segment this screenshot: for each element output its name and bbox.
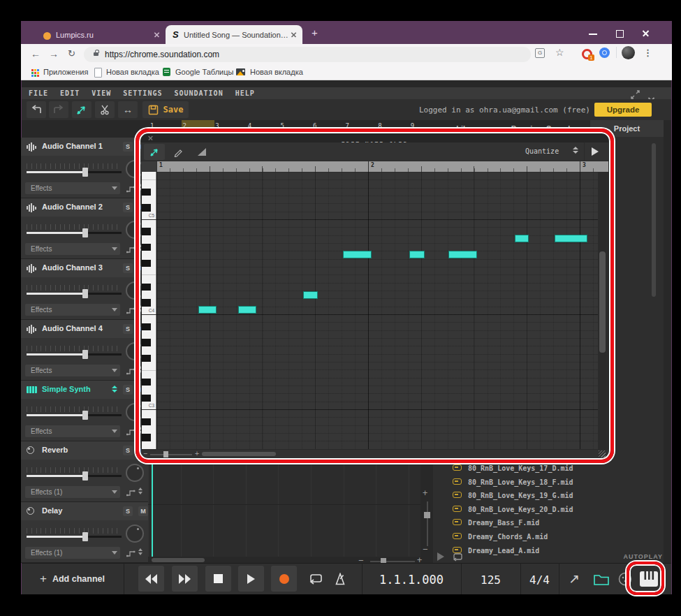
menu-edit[interactable]: EDIT — [60, 89, 80, 97]
apps-grid-icon[interactable] — [31, 69, 34, 71]
redo-button[interactable] — [49, 101, 68, 118]
piano-key-black[interactable] — [142, 188, 151, 196]
automation-stepper-icon[interactable] — [138, 487, 142, 494]
midi-note-G4[interactable] — [343, 251, 372, 258]
channel-name[interactable]: Audio Channel 3 — [42, 263, 103, 272]
volume-slider-thumb[interactable] — [82, 471, 88, 481]
editor-play-icon[interactable] — [592, 147, 599, 156]
browser-menu-icon[interactable]: ⋮ — [643, 47, 652, 58]
automation-icon[interactable] — [126, 548, 136, 561]
effects-dropdown[interactable]: Effects — [25, 304, 120, 316]
translate-icon[interactable]: G — [535, 48, 545, 58]
play-button[interactable] — [238, 566, 264, 592]
save-button[interactable]: Save — [142, 101, 189, 118]
channel-name[interactable]: Reverb — [42, 446, 68, 454]
channel-name[interactable]: Audio Channel 4 — [42, 324, 103, 332]
reload-icon[interactable]: ↻ — [68, 48, 75, 59]
piano-key-black[interactable] — [142, 227, 151, 235]
automation-icon[interactable] — [126, 184, 136, 196]
add-channel-button[interactable]: + Add channel — [21, 563, 124, 594]
editor-ruler[interactable]: 123 — [141, 161, 608, 172]
volume-slider-thumb[interactable] — [82, 532, 88, 541]
editor-hscroll-thumb[interactable] — [202, 452, 276, 456]
menu-settings[interactable]: SETTINGS — [123, 89, 162, 97]
loop-button[interactable] — [303, 566, 329, 592]
effects-dropdown[interactable]: Effects — [25, 243, 120, 255]
midi-file-row[interactable]: 80_RnB_Love_Keys_17_D.mid — [441, 463, 658, 475]
solo-button[interactable]: S — [123, 263, 133, 273]
piano-key-black[interactable] — [142, 259, 151, 267]
undo-button[interactable] — [27, 101, 46, 118]
bookmark-newtab-2[interactable]: Новая вкладка — [250, 68, 303, 76]
midi-file-row[interactable]: 80_RnB_Love_Keys_19_G.mid — [441, 490, 658, 502]
volume-slider-thumb[interactable] — [82, 228, 88, 237]
panel-scrollbar-thumb[interactable] — [652, 143, 656, 297]
automation-icon[interactable] — [126, 427, 136, 439]
volume-slider-thumb[interactable] — [82, 168, 88, 177]
channel-name[interactable]: Audio Channel 1 — [42, 142, 103, 150]
new-tab-button[interactable]: + — [312, 28, 321, 38]
preview-play-icon[interactable] — [437, 552, 444, 561]
vzoom-plus[interactable]: + — [423, 488, 427, 498]
piano-key-black[interactable] — [142, 323, 151, 330]
quantize-label[interactable]: Quantize — [525, 147, 559, 155]
window-maximize-button[interactable] — [616, 30, 624, 38]
effects-dropdown[interactable]: Effects (1) — [25, 547, 120, 559]
cut-tool-button[interactable] — [95, 101, 115, 118]
rewind-button[interactable] — [138, 566, 164, 592]
effects-dropdown[interactable]: Effects — [25, 425, 120, 437]
bookmark-sheets[interactable]: Google Таблицы — [175, 68, 233, 76]
note-editor-close-icon[interactable] — [148, 135, 154, 141]
automation-icon[interactable] — [126, 244, 136, 257]
pan-knob[interactable] — [126, 525, 144, 543]
menu-soundation[interactable]: SOUNDATION — [174, 89, 223, 97]
menu-file[interactable]: FILE — [29, 89, 48, 97]
bookmark-star-icon[interactable]: ☆ — [555, 47, 564, 58]
window-minimize-button[interactable] — [589, 34, 597, 35]
tab-close-icon[interactable] — [154, 31, 160, 38]
pan-knob[interactable] — [126, 464, 144, 482]
midi-note-A4[interactable] — [555, 235, 587, 242]
extension-icon-globe[interactable] — [599, 47, 610, 58]
piano-key-black[interactable] — [142, 203, 151, 211]
vzoom-thumb[interactable] — [424, 512, 430, 518]
solo-button[interactable]: S — [123, 203, 133, 212]
quantize-stepper-icon[interactable] — [573, 147, 578, 154]
piano-key-black[interactable] — [142, 298, 151, 306]
upgrade-button[interactable]: Upgrade — [594, 103, 652, 117]
piano-key-black[interactable] — [142, 283, 151, 291]
piano-key-black[interactable] — [142, 243, 151, 251]
solo-button[interactable]: S — [123, 506, 133, 516]
mute-button[interactable]: M — [138, 506, 148, 516]
forward-icon[interactable]: → — [49, 48, 59, 59]
channel-name[interactable]: Audio Channel 2 — [42, 203, 103, 211]
vzoom-minus[interactable]: − — [423, 544, 427, 554]
volume-slider-thumb[interactable] — [82, 289, 88, 298]
editor-select-tool[interactable] — [144, 144, 165, 160]
back-icon[interactable]: ← — [31, 48, 41, 59]
menu-view[interactable]: VIEW — [91, 89, 111, 97]
editor-zoom-minus[interactable]: − — [143, 450, 147, 457]
channel-name[interactable]: Delay — [42, 506, 62, 515]
stop-button[interactable] — [205, 566, 231, 592]
instrument-selector-icon[interactable] — [112, 386, 117, 393]
solo-button[interactable]: S — [123, 324, 133, 334]
midi-file-row[interactable]: Dreamy_Chords_A.mid — [441, 531, 658, 543]
volume-slider-thumb[interactable] — [82, 411, 88, 420]
piano-key-black[interactable] — [142, 418, 151, 425]
effects-dropdown[interactable]: Effects (1) — [25, 486, 120, 498]
piano-key-black[interactable] — [142, 433, 151, 441]
bookmark-apps[interactable]: Приложения — [43, 68, 88, 76]
time-signature-display[interactable]: 4/4 — [520, 573, 559, 587]
midi-file-row[interactable]: 80_RnB_Love_Keys_20_D.mid — [441, 504, 658, 516]
bookmark-newtab-1[interactable]: Новая вкладка — [106, 68, 159, 76]
stretch-tool-button[interactable]: ↔ — [118, 101, 138, 118]
metronome-button[interactable] — [327, 566, 353, 592]
midi-note-G4[interactable] — [409, 251, 425, 258]
export-arrow-icon[interactable]: ↗ — [569, 571, 580, 587]
midi-note-C4[interactable] — [198, 306, 217, 314]
folder-icon[interactable] — [593, 573, 610, 589]
tempo-display[interactable]: 125 — [461, 573, 520, 587]
effects-dropdown[interactable]: Effects — [25, 182, 120, 194]
select-tool-button[interactable] — [72, 101, 91, 118]
